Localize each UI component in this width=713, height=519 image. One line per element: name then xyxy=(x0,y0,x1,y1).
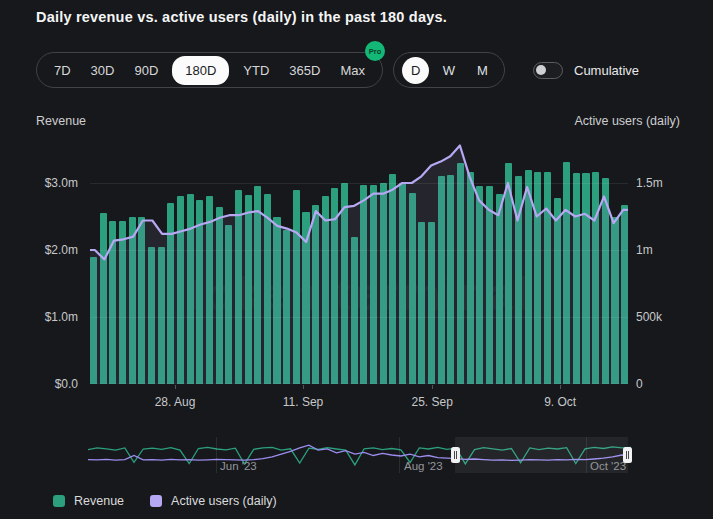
revenue-bar[interactable] xyxy=(283,230,290,384)
revenue-bar[interactable] xyxy=(515,176,522,384)
revenue-bar[interactable] xyxy=(148,247,155,384)
revenue-bar[interactable] xyxy=(109,221,116,385)
left-axis-title: Revenue xyxy=(36,114,86,128)
bars xyxy=(90,140,628,384)
revenue-bar[interactable] xyxy=(563,162,570,384)
revenue-bar[interactable] xyxy=(573,173,580,384)
revenue-bar[interactable] xyxy=(196,200,203,384)
range-365d-button[interactable]: 365D xyxy=(283,58,326,83)
revenue-bar[interactable] xyxy=(293,190,300,384)
revenue-bar[interactable] xyxy=(119,221,126,384)
revenue-bar[interactable] xyxy=(621,205,628,384)
revenue-bar[interactable] xyxy=(486,186,493,384)
revenue-bar[interactable] xyxy=(399,183,406,384)
revenue-bar[interactable] xyxy=(534,172,541,384)
freq-monthly-button[interactable]: M xyxy=(469,57,496,84)
revenue-bar[interactable] xyxy=(360,185,367,384)
revenue-bar[interactable] xyxy=(370,185,377,384)
left-y-tick: $1.0m xyxy=(45,310,78,324)
x-tick-label: 28. Aug xyxy=(155,395,196,409)
revenue-bar[interactable] xyxy=(235,190,242,384)
revenue-bar[interactable] xyxy=(312,205,319,384)
revenue-bar[interactable] xyxy=(254,186,261,384)
revenue-bar[interactable] xyxy=(216,207,223,385)
minimap-month-gridline xyxy=(586,437,587,473)
revenue-bar[interactable] xyxy=(206,196,213,384)
left-axis-ticks: $3.0m$2.0m$1.0m$0.0 xyxy=(0,140,78,384)
revenue-bar[interactable] xyxy=(409,193,416,384)
cumulative-control: Cumulative xyxy=(533,62,639,79)
revenue-bar[interactable] xyxy=(273,217,280,385)
x-tick-label: 25. Sep xyxy=(411,395,452,409)
legend-item-revenue[interactable]: Revenue xyxy=(53,494,124,508)
revenue-bar[interactable] xyxy=(467,172,474,384)
revenue-bar[interactable] xyxy=(302,212,309,384)
range-180d-button[interactable]: 180D xyxy=(172,56,229,85)
revenue-bar[interactable] xyxy=(611,217,618,385)
revenue-bar[interactable] xyxy=(341,183,348,384)
revenue-bar[interactable] xyxy=(264,194,271,384)
revenue-bar[interactable] xyxy=(138,217,145,385)
revenue-bar[interactable] xyxy=(167,203,174,384)
revenue-bar[interactable] xyxy=(418,222,425,384)
range-90d-button[interactable]: 90D xyxy=(128,58,164,83)
range-30d-button[interactable]: 30D xyxy=(85,58,121,83)
brush-handle-left[interactable] xyxy=(451,447,460,463)
range-ytd-button[interactable]: YTD xyxy=(237,58,275,83)
cumulative-toggle[interactable] xyxy=(533,62,563,79)
revenue-vs-users-widget: Daily revenue vs. active users (daily) i… xyxy=(0,0,713,519)
revenue-bar[interactable] xyxy=(351,237,358,384)
plot-area[interactable]: token terminal xyxy=(90,140,628,384)
pro-badge: Pro xyxy=(365,41,385,61)
revenue-bar[interactable] xyxy=(582,173,589,384)
revenue-bar[interactable] xyxy=(447,175,454,384)
revenue-bar[interactable] xyxy=(90,257,97,384)
revenue-bar[interactable] xyxy=(177,196,184,384)
range-max-button[interactable]: Max xyxy=(334,58,371,83)
revenue-bar[interactable] xyxy=(457,163,464,384)
freq-weekly-button[interactable]: W xyxy=(435,57,462,84)
left-y-tick: $3.0m xyxy=(45,176,78,190)
revenue-bar[interactable] xyxy=(602,178,609,384)
revenue-bar[interactable] xyxy=(505,163,512,384)
right-axis-title: Active users (daily) xyxy=(574,114,680,128)
revenue-bar[interactable] xyxy=(380,183,387,384)
revenue-bar[interactable] xyxy=(158,247,165,384)
toggle-knob-icon xyxy=(536,65,546,75)
x-tick-mark xyxy=(303,385,304,389)
page-title: Daily revenue vs. active users (daily) i… xyxy=(36,9,447,25)
revenue-bar[interactable] xyxy=(438,176,445,384)
range-7d-button[interactable]: 7D xyxy=(48,58,77,83)
right-y-tick: 500k xyxy=(636,310,662,324)
revenue-bar[interactable] xyxy=(476,186,483,384)
gridline xyxy=(90,183,628,184)
revenue-bar[interactable] xyxy=(496,194,503,384)
left-y-tick: $0.0 xyxy=(55,377,78,391)
legend-item-active-users[interactable]: Active users (daily) xyxy=(150,494,277,508)
revenue-swatch-icon xyxy=(53,495,65,507)
cumulative-label: Cumulative xyxy=(574,63,639,78)
revenue-bar[interactable] xyxy=(245,195,252,384)
x-tick-label: 11. Sep xyxy=(283,395,323,409)
revenue-bar[interactable] xyxy=(100,213,107,385)
revenue-bar[interactable] xyxy=(525,170,532,384)
revenue-bar[interactable] xyxy=(389,174,396,384)
revenue-bar[interactable] xyxy=(331,188,338,384)
minimap-month-gridline xyxy=(216,437,217,473)
x-axis: 28. Aug11. Sep25. Sep9. Oct xyxy=(90,384,628,414)
legend-label-active-users: Active users (daily) xyxy=(171,494,277,508)
minimap-brush[interactable]: Jun '23Aug '23Oct '23 xyxy=(88,437,631,473)
revenue-bar[interactable] xyxy=(129,217,136,385)
gridline xyxy=(90,250,628,251)
revenue-bar[interactable] xyxy=(187,194,194,384)
revenue-bar[interactable] xyxy=(428,222,435,384)
revenue-bar[interactable] xyxy=(322,196,329,384)
revenue-bar[interactable] xyxy=(592,172,599,384)
freq-daily-button[interactable]: D xyxy=(402,57,429,84)
x-tick-mark xyxy=(432,385,433,389)
minimap-month-label: Oct '23 xyxy=(590,460,626,472)
brush-handle-right[interactable] xyxy=(623,447,632,463)
revenue-bar[interactable] xyxy=(554,198,561,384)
revenue-bar[interactable] xyxy=(544,172,551,384)
frequency-selector: D W M xyxy=(393,52,505,88)
